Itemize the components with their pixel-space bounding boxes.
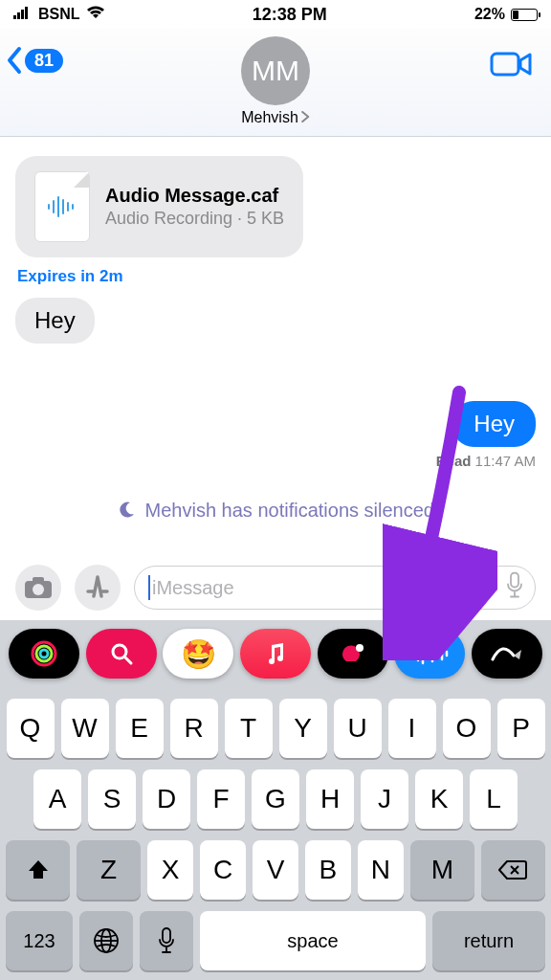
svg-rect-4 bbox=[492, 54, 518, 75]
shift-key[interactable] bbox=[6, 840, 70, 900]
message-input[interactable]: iMessage bbox=[134, 566, 536, 610]
key-a[interactable]: A bbox=[33, 769, 81, 829]
back-button[interactable]: 81 bbox=[6, 46, 63, 75]
outgoing-message-text: Hey bbox=[474, 411, 515, 436]
incoming-attachment-bubble[interactable]: Audio Message.caf Audio Recording · 5 KB bbox=[15, 156, 303, 257]
dictation-key[interactable] bbox=[140, 911, 193, 970]
key-z[interactable]: Z bbox=[77, 840, 141, 900]
key-j[interactable]: J bbox=[361, 769, 408, 829]
app-store-button[interactable] bbox=[75, 565, 121, 611]
svg-rect-1 bbox=[17, 12, 20, 19]
key-p[interactable]: P bbox=[497, 699, 545, 758]
key-s[interactable]: S bbox=[88, 769, 136, 829]
mic-icon bbox=[506, 572, 523, 599]
key-r[interactable]: R bbox=[170, 699, 218, 758]
key-h[interactable]: H bbox=[306, 769, 354, 829]
app-memoji[interactable]: 🤩 bbox=[163, 629, 233, 679]
keyboard-row-1: QWERTYUIOP bbox=[6, 699, 545, 758]
key-t[interactable]: T bbox=[225, 699, 273, 758]
chevron-right-icon bbox=[300, 109, 310, 126]
battery-pct: 22% bbox=[474, 6, 505, 23]
key-k[interactable]: K bbox=[415, 769, 463, 829]
shift-icon bbox=[27, 858, 50, 881]
notifications-silenced-banner[interactable]: Mehvish has notifications silenced bbox=[15, 500, 536, 522]
app-store-search[interactable] bbox=[86, 629, 157, 679]
svg-point-17 bbox=[40, 650, 48, 657]
compose-row: iMessage bbox=[0, 565, 551, 611]
key-e[interactable]: E bbox=[116, 699, 164, 758]
key-x[interactable]: X bbox=[147, 840, 193, 900]
status-time: 12:38 PM bbox=[253, 5, 327, 25]
attachment-subtitle: Audio Recording · 5 KB bbox=[105, 209, 284, 230]
mic-icon bbox=[158, 927, 175, 954]
key-l[interactable]: L bbox=[470, 769, 518, 829]
key-o[interactable]: O bbox=[443, 699, 491, 758]
app-draw[interactable] bbox=[472, 629, 542, 679]
key-b[interactable]: B bbox=[305, 840, 351, 900]
key-f[interactable]: F bbox=[197, 769, 245, 829]
key-v[interactable]: V bbox=[253, 840, 298, 900]
camera-button[interactable] bbox=[15, 565, 61, 611]
key-g[interactable]: G bbox=[252, 769, 299, 829]
silenced-text: Mehvish has notifications silenced bbox=[145, 500, 434, 521]
outgoing-message-bubble[interactable]: Hey bbox=[452, 401, 536, 447]
key-c[interactable]: C bbox=[200, 840, 246, 900]
svg-rect-0 bbox=[13, 15, 16, 19]
contact-name-button[interactable]: Mehvish bbox=[241, 109, 310, 126]
svg-rect-14 bbox=[511, 573, 518, 588]
key-i[interactable]: I bbox=[388, 699, 436, 758]
numbers-key[interactable]: 123 bbox=[6, 911, 73, 970]
read-receipt: Read 11:47 AM bbox=[15, 453, 536, 469]
dictation-button[interactable] bbox=[506, 572, 523, 604]
attachment-title: Audio Message.caf bbox=[105, 185, 284, 207]
app-audio-message[interactable] bbox=[394, 629, 465, 679]
svg-rect-12 bbox=[33, 577, 44, 583]
key-u[interactable]: U bbox=[334, 699, 382, 758]
status-right: 22% bbox=[474, 6, 538, 23]
avatar[interactable]: MM bbox=[241, 36, 310, 105]
facetime-button[interactable] bbox=[490, 50, 534, 78]
contact-name-label: Mehvish bbox=[241, 109, 298, 126]
battery-icon bbox=[511, 9, 538, 21]
unread-badge: 81 bbox=[25, 49, 63, 73]
keyboard-row-3: ZXCVBNM bbox=[6, 840, 545, 900]
svg-rect-35 bbox=[163, 928, 170, 943]
svg-marker-29 bbox=[514, 650, 521, 659]
svg-point-16 bbox=[36, 646, 52, 661]
emoji-key[interactable] bbox=[79, 911, 133, 970]
key-q[interactable]: Q bbox=[7, 699, 55, 758]
keyboard: QWERTYUIOP ASDFGHJKL ZXCVBNM 123 space r… bbox=[0, 687, 551, 980]
key-d[interactable]: D bbox=[143, 769, 190, 829]
key-w[interactable]: W bbox=[61, 699, 109, 758]
audio-file-icon bbox=[34, 171, 90, 242]
globe-icon bbox=[93, 927, 120, 954]
moon-icon bbox=[117, 500, 145, 521]
svg-rect-2 bbox=[21, 10, 24, 19]
chevron-left-icon bbox=[6, 46, 23, 75]
imessage-app-strip[interactable]: 🤩 bbox=[0, 620, 551, 687]
key-m[interactable]: M bbox=[410, 840, 474, 900]
carrier-label: BSNL bbox=[38, 6, 80, 23]
app-music[interactable] bbox=[240, 629, 311, 679]
return-key[interactable]: return bbox=[432, 911, 545, 970]
expires-label: Expires in 2m bbox=[17, 267, 536, 286]
text-cursor bbox=[148, 575, 150, 600]
conversation-thread[interactable]: Audio Message.caf Audio Recording · 5 KB… bbox=[0, 137, 551, 522]
wifi-icon bbox=[86, 6, 105, 23]
svg-point-13 bbox=[33, 584, 44, 595]
space-key[interactable]: space bbox=[200, 911, 426, 970]
status-left: BSNL bbox=[13, 6, 105, 23]
svg-rect-3 bbox=[25, 7, 28, 19]
app-digital-touch[interactable] bbox=[318, 629, 388, 679]
incoming-message-bubble[interactable]: Hey bbox=[15, 298, 95, 344]
app-activity[interactable] bbox=[9, 629, 79, 679]
conversation-header: 81 MM Mehvish bbox=[0, 29, 551, 137]
app-store-icon bbox=[83, 575, 112, 600]
status-bar: BSNL 12:38 PM 22% bbox=[0, 0, 551, 29]
attachment-meta: Audio Message.caf Audio Recording · 5 KB bbox=[105, 185, 284, 230]
backspace-key[interactable] bbox=[481, 840, 545, 900]
backspace-icon bbox=[498, 859, 527, 880]
key-y[interactable]: Y bbox=[279, 699, 327, 758]
keyboard-row-2: ASDFGHJKL bbox=[6, 769, 545, 829]
key-n[interactable]: N bbox=[358, 840, 404, 900]
